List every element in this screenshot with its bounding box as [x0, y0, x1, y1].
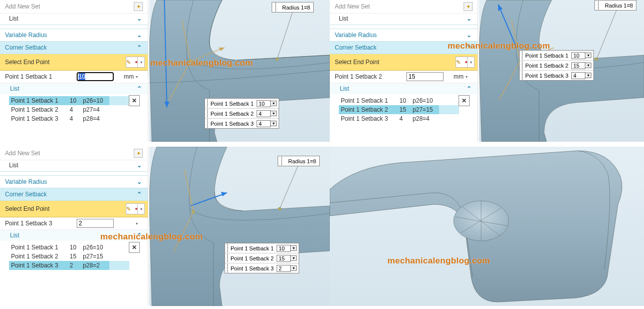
table-row[interactable]: Point 1 Setback 110p26=10	[339, 96, 459, 105]
drag-handle-icon[interactable]	[275, 3, 280, 12]
callout-dropdown[interactable]: ▾	[291, 255, 297, 261]
callout-dropdown[interactable]: ▾	[271, 101, 277, 106]
variable-radius-section[interactable]: Variable Radius⌄	[0, 29, 148, 42]
add-set-icon[interactable]: ✦	[464, 2, 473, 11]
drag-handle-icon[interactable]	[227, 244, 228, 252]
callout-dropdown[interactable]: ▾	[585, 73, 591, 78]
callout-dropdown[interactable]: ▾	[271, 121, 277, 126]
drag-handle-icon[interactable]	[227, 254, 228, 262]
variable-radius-section[interactable]: Variable Radius⌄	[0, 176, 148, 188]
point-tool-button[interactable]: ✎	[456, 57, 468, 68]
callout-row[interactable]: Point 1 Setback 34▾	[520, 71, 593, 80]
model-viewport[interactable]	[330, 147, 644, 306]
table-row[interactable]: Point 1 Setback 24p27=4	[9, 105, 129, 114]
delete-row-button[interactable]: ✕	[459, 95, 470, 106]
callout-row[interactable]: Point 1 Setback 110▾	[225, 243, 299, 253]
callout-dropdown[interactable]: ▾	[271, 111, 277, 116]
model-viewport[interactable]: Radius 1=8 Point 1 Setback 110▾Point 1 S…	[149, 0, 330, 142]
tool-dropdown-button[interactable]: ▾	[468, 57, 475, 68]
table-row[interactable]: Point 1 Setback 34p28=4	[339, 114, 459, 123]
add-new-set-row[interactable]: Add New Set ✦	[0, 0, 148, 14]
param-value-input[interactable]	[77, 219, 114, 228]
list-dropdown[interactable]: List⌄	[0, 14, 148, 25]
callout-row[interactable]: Point 1 Setback 110▾	[205, 99, 279, 109]
svg-line-8	[277, 10, 293, 59]
callout-dropdown[interactable]: ▾	[291, 265, 297, 271]
model-viewport[interactable]: Radius 1=8 Point 1 Setback 110▾Point 1 S…	[479, 0, 644, 142]
list-dropdown[interactable]: List⌄	[0, 160, 148, 172]
setback-callout[interactable]: Point 1 Setback 110▾Point 1 Setback 215▾…	[519, 50, 594, 81]
callout-value[interactable]: 15	[277, 255, 291, 262]
tool-dropdown-button[interactable]: ▾	[138, 203, 145, 214]
setback-callout[interactable]: Point 1 Setback 110▾Point 1 Setback 24▾P…	[204, 98, 279, 129]
drag-handle-icon[interactable]	[522, 71, 523, 80]
delete-row-button[interactable]: ✕	[129, 242, 140, 253]
drag-handle-icon[interactable]	[227, 264, 228, 272]
callout-value[interactable]: 15	[571, 62, 585, 69]
radius-callout[interactable]: Radius 1=8	[594, 0, 636, 11]
watermark: mechanicalengblog.com	[100, 232, 203, 242]
corner-setback-section[interactable]: Corner Setback⌃	[0, 42, 148, 54]
drag-handle-icon[interactable]	[207, 99, 208, 108]
setback-table[interactable]: Point 1 Setback 110p26=10Point 1 Setback…	[9, 243, 129, 270]
unit-dropdown[interactable]: ▾	[466, 75, 473, 79]
table-row[interactable]: Point 1 Setback 215p27=15	[339, 105, 459, 114]
unit-dropdown[interactable]: ▾	[136, 75, 143, 79]
corner-setback-section[interactable]: Corner Setback⌃	[0, 188, 148, 201]
select-end-point-row[interactable]: Select End Point ✎ ▾	[0, 201, 148, 217]
param-value-input[interactable]	[406, 72, 444, 81]
drag-handle-icon[interactable]	[281, 157, 286, 165]
unit-dropdown[interactable]: ▾	[136, 221, 143, 226]
callout-row[interactable]: Point 1 Setback 34▾	[205, 119, 279, 128]
select-end-point-row[interactable]: Select End Point ✎ ▾	[0, 54, 148, 71]
callout-dropdown[interactable]: ▾	[585, 63, 591, 68]
model-viewport[interactable]: Radius 1=8 Point 1 Setback 110▾Point 1 S…	[149, 147, 330, 306]
table-row[interactable]: Point 1 Setback 34p28=4	[9, 114, 129, 123]
tool-dropdown-button[interactable]: ▾	[138, 57, 145, 68]
callout-row[interactable]: Point 1 Setback 110▾	[520, 51, 593, 61]
callout-label: Point 1 Setback 2	[210, 111, 257, 117]
setback-callout[interactable]: Point 1 Setback 110▾Point 1 Setback 215▾…	[225, 243, 299, 273]
table-row[interactable]: Point 1 Setback 110p26=10	[9, 243, 129, 252]
param-value-input[interactable]	[77, 72, 114, 81]
variable-radius-section[interactable]: Variable Radius⌄	[330, 29, 478, 42]
table-row[interactable]: Point 1 Setback 215p27=15	[9, 252, 129, 261]
callout-dropdown[interactable]: ▾	[291, 245, 297, 251]
callout-dropdown[interactable]: ▾	[585, 53, 591, 58]
callout-row[interactable]: Point 1 Setback 24▾	[205, 109, 279, 119]
callout-value[interactable]: 4	[257, 110, 271, 117]
callout-row[interactable]: Point 1 Setback 215▾	[225, 253, 299, 263]
chevron-up-icon: ⌃	[136, 85, 143, 92]
delete-row-button[interactable]: ✕	[129, 95, 140, 106]
list-header[interactable]: List⌃	[330, 83, 478, 94]
list-header[interactable]: List⌃	[0, 83, 148, 94]
drag-handle-icon[interactable]	[598, 1, 603, 10]
callout-row[interactable]: Point 1 Setback 32▾	[225, 263, 299, 273]
callout-value[interactable]: 10	[257, 100, 271, 107]
point-tool-button[interactable]: ✎	[126, 57, 138, 68]
callout-value[interactable]: 10	[277, 245, 291, 252]
radius-callout[interactable]: Radius 1=8	[278, 156, 320, 166]
add-set-icon[interactable]: ✦	[134, 2, 143, 11]
callout-value[interactable]: 4	[257, 120, 271, 127]
point-tool-button[interactable]: ✎	[126, 203, 138, 214]
radius-callout[interactable]: Radius 1=8	[272, 2, 314, 13]
setback-table[interactable]: Point 1 Setback 110p26=10Point 1 Setback…	[339, 96, 459, 123]
setback-table[interactable]: Point 1 Setback 110p26=10Point 1 Setback…	[9, 96, 129, 123]
select-end-point-row[interactable]: Select End Point ✎ ▾	[330, 54, 478, 71]
callout-value[interactable]: 10	[571, 52, 585, 59]
callout-value[interactable]: 4	[571, 72, 585, 79]
drag-handle-icon[interactable]	[522, 61, 523, 70]
table-row[interactable]: Point 1 Setback 110p26=10	[9, 96, 129, 105]
drag-handle-icon[interactable]	[207, 109, 208, 118]
callout-value[interactable]: 2	[277, 265, 291, 272]
callout-row[interactable]: Point 1 Setback 215▾	[520, 61, 593, 71]
add-new-set-row[interactable]: Add New Set ✦	[330, 0, 478, 14]
table-row[interactable]: Point 1 Setback 32p28=2	[9, 261, 129, 270]
drag-handle-icon[interactable]	[207, 119, 208, 128]
add-set-icon[interactable]: ✦	[134, 149, 143, 158]
add-new-set-row[interactable]: Add New Set ✦	[0, 147, 148, 160]
list-dropdown[interactable]: List⌄	[330, 14, 478, 25]
drag-handle-icon[interactable]	[522, 51, 523, 60]
chevron-down-icon: ⌄	[136, 178, 143, 185]
